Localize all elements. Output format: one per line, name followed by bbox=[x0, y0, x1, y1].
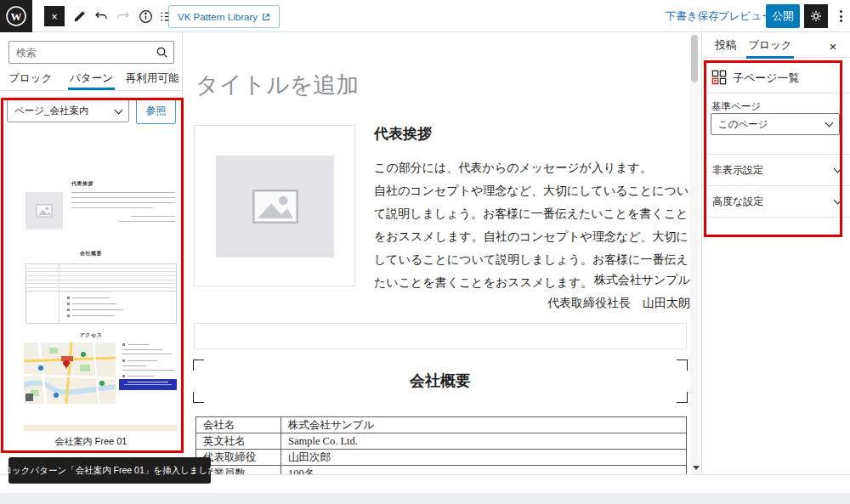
mini-footer-bar bbox=[24, 425, 177, 431]
selection-corner-icon bbox=[677, 392, 688, 403]
company-table[interactable]: 会社名 株式会社サンプル 英文社名 Sample Co. Ltd. 代表取締役 … bbox=[196, 416, 687, 474]
selection-corner-icon bbox=[193, 392, 204, 403]
mini-contact-button bbox=[119, 379, 177, 390]
image-block[interactable] bbox=[194, 125, 355, 286]
snackbar-notice[interactable]: ブロックパターン「会社案内 Free 01」を挿入しました。 bbox=[8, 457, 211, 484]
mini-company-table bbox=[26, 263, 177, 292]
svg-text:W: W bbox=[11, 10, 22, 23]
search-input[interactable] bbox=[8, 41, 174, 64]
scroll-down-arrow-icon[interactable] bbox=[693, 466, 700, 470]
overview-heading: 会社概要 bbox=[194, 360, 687, 402]
pattern-category-select[interactable]: ページ_会社案内 bbox=[7, 99, 129, 122]
signature-company: 株式会社サンプル bbox=[374, 269, 690, 292]
tab-blocks[interactable]: ブロック bbox=[0, 66, 61, 90]
tab-reusable[interactable]: 再利用可能 bbox=[122, 66, 183, 90]
post-title-placeholder[interactable]: タイトルを追加 bbox=[196, 70, 359, 100]
external-link-icon bbox=[262, 13, 270, 21]
editor-window: W × VK Pattern Library bbox=[0, 0, 850, 504]
block-title: 子ページ一覧 bbox=[733, 71, 800, 86]
greeting-heading[interactable]: 代表挨拶 bbox=[374, 124, 432, 144]
browse-button[interactable]: 参照 bbox=[136, 98, 176, 124]
chevron-down-icon bbox=[834, 165, 842, 173]
info-icon[interactable] bbox=[134, 5, 156, 27]
page-bottom-strip bbox=[0, 493, 850, 504]
mini-overview-heading: 会社概要 bbox=[5, 250, 177, 258]
image-placeholder-icon bbox=[216, 156, 334, 258]
vk-pattern-library-label: VK Pattern Library bbox=[178, 12, 258, 22]
close-editor-button[interactable]: × bbox=[44, 6, 65, 26]
undo-icon[interactable] bbox=[90, 5, 112, 27]
top-toolbar: W × VK Pattern Library bbox=[0, 0, 850, 32]
publish-button[interactable]: 公開 bbox=[766, 4, 800, 28]
mini-map-image bbox=[24, 343, 116, 404]
edit-pencil-icon[interactable] bbox=[68, 5, 90, 27]
panel-advanced-settings[interactable]: 高度な設定 bbox=[702, 185, 850, 217]
selection-corner-icon bbox=[677, 360, 688, 371]
panel-hidden-settings[interactable]: 非表示設定 bbox=[702, 154, 850, 185]
search-icon bbox=[156, 46, 168, 62]
tab-block[interactable]: ブロック bbox=[746, 32, 794, 58]
spacer-block[interactable] bbox=[194, 323, 687, 349]
panel-divider bbox=[702, 217, 850, 218]
pattern-caption: 会社案内 Free 01 bbox=[5, 435, 177, 448]
wordpress-logo-icon[interactable]: W bbox=[0, 0, 32, 32]
mini-greeting-heading: 代表挨拶 bbox=[71, 180, 94, 188]
base-page-value: このページ bbox=[718, 118, 768, 131]
greeting-signature[interactable]: 株式会社サンプル 代表取締役社長 山田太朗 bbox=[374, 269, 690, 314]
settings-sidebar: 投稿 ブロック × 子ページ一覧 基準ページ このページ 非表示設定 高度な bbox=[701, 32, 850, 474]
table-row: 会社名 株式会社サンプル bbox=[196, 417, 687, 433]
editor-canvas: タイトルを追加 代表挨拶 この部分には、代表からのメッセージが入ります。 自社の… bbox=[184, 32, 690, 474]
mini-access-heading: アクセス bbox=[5, 331, 177, 339]
redo-icon[interactable] bbox=[112, 5, 134, 27]
mini-company-list bbox=[26, 292, 177, 324]
tab-patterns[interactable]: パターン bbox=[61, 66, 122, 90]
vk-pattern-library-button[interactable]: VK Pattern Library bbox=[168, 5, 280, 28]
scrollbar-thumb[interactable] bbox=[691, 35, 698, 82]
child-pages-icon bbox=[711, 70, 727, 85]
settings-tabs: 投稿 ブロック × bbox=[702, 32, 850, 58]
table-row: 従業員数 100名 bbox=[196, 466, 687, 475]
table-row: 英文社名 Sample Co. Ltd. bbox=[196, 433, 687, 450]
canvas-scrollbar[interactable] bbox=[690, 33, 699, 474]
pattern-preview-card[interactable]: 代表挨拶 会社概要 アクセス bbox=[5, 127, 177, 435]
more-options-icon[interactable] bbox=[835, 8, 847, 25]
close-sidebar-icon[interactable]: × bbox=[824, 37, 842, 55]
panel-label: 非表示設定 bbox=[712, 163, 763, 178]
base-page-label: 基準ページ bbox=[711, 100, 761, 113]
settings-gear-icon[interactable] bbox=[804, 4, 828, 28]
tab-post[interactable]: 投稿 bbox=[707, 32, 745, 58]
mini-image-placeholder-icon bbox=[26, 192, 63, 229]
greeting-paragraph-1: この部分には、代表からのメッセージが入ります。 bbox=[374, 156, 690, 179]
chevron-down-icon bbox=[825, 119, 834, 127]
overview-heading-block[interactable]: 会社概要 bbox=[194, 360, 687, 402]
selection-corner-icon bbox=[193, 360, 204, 371]
inserter-tabs: ブロック パターン 再利用可能 bbox=[0, 66, 183, 91]
panel-label: 高度な設定 bbox=[712, 195, 763, 209]
pattern-category-value: ページ_会社案内 bbox=[14, 105, 88, 117]
block-card: 子ページ一覧 bbox=[702, 61, 850, 93]
inserter-sidebar: ブロック パターン 再利用可能 ページ_会社案内 参照 代表挨拶 bbox=[0, 32, 183, 493]
table-row: 代表取締役 山田次郎 bbox=[196, 450, 687, 466]
preview-button[interactable]: プレビュー bbox=[718, 9, 773, 24]
base-page-select[interactable]: このページ bbox=[711, 113, 840, 135]
signature-person: 代表取締役社長 山田太朗 bbox=[374, 292, 690, 314]
chevron-down-icon bbox=[834, 196, 842, 205]
save-draft-button[interactable]: 下書き保存 bbox=[666, 9, 719, 24]
chevron-down-icon bbox=[115, 105, 123, 114]
